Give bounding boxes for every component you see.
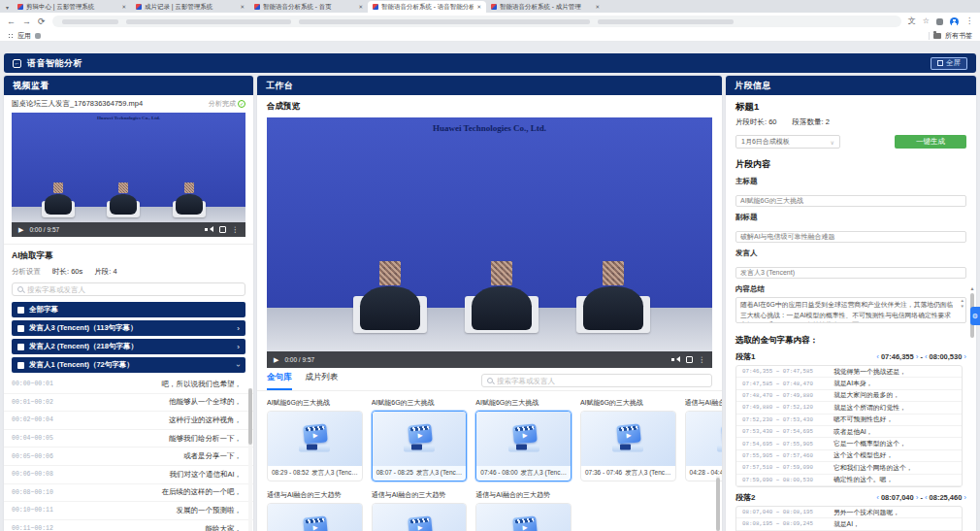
tab-close-icon[interactable]: ✕ xyxy=(476,4,481,10)
range-end-increase-icon[interactable]: › xyxy=(964,352,966,361)
address-bar[interactable] xyxy=(52,16,901,27)
fullscreen-video-icon[interactable] xyxy=(686,356,693,363)
range-start-decrease-icon[interactable]: ‹ xyxy=(876,493,879,502)
fullscreen-video-icon[interactable] xyxy=(219,226,226,233)
quote-card[interactable]: AI赋能6G的三大挑战 08:07 - 08:25 发言人3 (Tenc… xyxy=(372,398,468,481)
workbench-tab[interactable]: 成片列表 xyxy=(306,372,339,390)
tab-close-icon[interactable]: ✕ xyxy=(595,4,600,10)
card-grid-scrollbar[interactable] xyxy=(716,476,720,531)
card-search-input[interactable] xyxy=(497,377,706,385)
range-start-increase-icon[interactable]: › xyxy=(916,493,919,502)
subtitle-search-input[interactable] xyxy=(27,285,240,294)
volume-icon[interactable] xyxy=(671,356,680,363)
browser-tab[interactable]: 成片记录 | 云影管理系统 ✕ xyxy=(131,1,249,13)
apps-grid-icon[interactable] xyxy=(8,33,14,39)
card-search[interactable] xyxy=(481,374,712,387)
subtitle-row[interactable]: 00:10~00:11 发展的一个预测啦， xyxy=(4,502,253,520)
quote-card[interactable]: 通信与AI融合的三大趋势 xyxy=(267,490,363,531)
scrollbar-thumb[interactable] xyxy=(248,388,252,445)
quote-card[interactable]: AI赋能6G的三大挑战 07:36 - 07:46 发言人3 (Tenc… xyxy=(580,398,676,481)
main-title-field[interactable] xyxy=(735,195,966,207)
subtitle-row[interactable]: 00:01~00:02 他能够从一个全球的， xyxy=(4,394,253,413)
range-end-decrease-icon[interactable]: ‹ xyxy=(925,493,928,502)
back-nav-icon[interactable]: ← xyxy=(7,17,16,26)
range-end-increase-icon[interactable]: › xyxy=(964,493,966,502)
subtitle-search[interactable] xyxy=(12,282,245,296)
speaker-group-row[interactable]: 全部字幕 › xyxy=(12,302,245,317)
reload-icon[interactable]: ⟳ xyxy=(38,17,46,26)
summary-field[interactable]: 随着AI在6G中的应用日益受到全球运营商和产业伙伴关注，其落地仍面临三大核心挑战… xyxy=(735,297,966,323)
tab-search-caret-icon[interactable]: ▾ xyxy=(2,2,13,13)
quote-row[interactable]: 07:57,510 ~ 07:59,090 它和我们这个网络的这个， xyxy=(736,462,962,474)
all-bookmarks-label[interactable]: 所有书签 xyxy=(945,31,972,41)
profile-avatar[interactable] xyxy=(950,17,959,26)
bookmark-item-icon[interactable] xyxy=(35,33,41,39)
browser-menu-icon[interactable]: ⋮ xyxy=(965,17,973,25)
template-select[interactable]: 1月6日合成模板 ∨ xyxy=(735,135,840,149)
preview-video-player[interactable]: Huawei Technologies Co., Ltd. ▶ 0:00 / 9… xyxy=(267,117,712,368)
subtitle-row[interactable]: 00:00~00:01 吧，所以说我们也希望， xyxy=(4,376,253,394)
fullscreen-button[interactable]: 全屏 xyxy=(931,57,967,70)
apps-label[interactable]: 应用 xyxy=(17,31,31,41)
quote-row[interactable]: 08:08,195 ~ 08:09,245 就是AI， xyxy=(736,518,962,530)
quote-row[interactable]: 07:59,090 ~ 08:00,530 确定性的这个。嗯， xyxy=(736,475,962,486)
checkbox-icon[interactable] xyxy=(17,307,24,314)
tab-close-icon[interactable]: ✕ xyxy=(240,4,245,10)
speaker-group-row[interactable]: 发言人3 (Tencent)（113句字幕） › xyxy=(12,320,245,336)
quote-row[interactable]: 07:47,585 ~ 07:48,470 就是AI本身， xyxy=(736,378,962,389)
analysis-settings-label[interactable]: 分析设置 xyxy=(12,267,41,277)
sub-title-field[interactable] xyxy=(735,231,966,243)
summary-scroll-arrows[interactable]: ▲ ▼ xyxy=(961,299,964,309)
quote-card[interactable]: 通信与AI融合的三大趋势 xyxy=(475,490,572,531)
speaker-field[interactable] xyxy=(735,267,966,279)
tab-close-icon[interactable]: ✕ xyxy=(358,4,363,10)
quote-row[interactable]: 07:46,355 ~ 07:47,585 我觉得第一个挑战还是， xyxy=(736,366,962,378)
all-bookmarks-folder-icon[interactable] xyxy=(933,33,941,39)
quote-row[interactable]: 08:07,040 ~ 08:08,195 另外一个技术问题呢， xyxy=(736,507,962,518)
quote-row[interactable]: 07:54,695 ~ 07:55,905 它是一个概率型的这个， xyxy=(736,438,962,449)
subtitle-row[interactable]: 00:06~00:08 我们对这个通信和AI， xyxy=(4,466,253,484)
subtitle-row[interactable]: 00:05~00:06 或者是分享一下， xyxy=(4,448,253,466)
browser-tab[interactable]: 智能语音分析系统 - 成片管理 ✕ xyxy=(486,1,604,13)
quote-card[interactable]: AI赋能6G的三大挑战 08:29 - 08:52 发言人3 (Tenc… xyxy=(267,398,363,481)
speaker-group-row[interactable]: 发言人2 (Tencent)（218句字幕） › xyxy=(12,339,245,354)
scroll-up-icon[interactable]: ▲ xyxy=(969,285,975,291)
checkbox-icon[interactable] xyxy=(17,344,24,350)
monitor-video-player[interactable]: Huawei Technologies Co., Ltd. ▶ 0:00 / 9… xyxy=(12,113,245,237)
bookmark-star-icon[interactable]: ☆ xyxy=(923,17,930,25)
settings-side-handle[interactable]: ⚙ xyxy=(970,307,980,325)
play-icon[interactable]: ▶ xyxy=(274,356,278,364)
video-menu-icon[interactable]: ⋮ xyxy=(699,356,706,364)
video-menu-icon[interactable]: ⋮ xyxy=(232,226,240,234)
range-start-increase-icon[interactable]: › xyxy=(916,352,919,361)
play-icon[interactable]: ▶ xyxy=(18,226,23,234)
generate-button[interactable]: 一键生成 xyxy=(895,135,966,149)
chevron-icon[interactable]: › xyxy=(234,364,243,367)
subtitle-row[interactable]: 00:04~00:05 能够我们给分析一下， xyxy=(4,430,253,448)
workbench-tab[interactable]: 金句库 xyxy=(267,372,292,390)
chevron-icon[interactable]: › xyxy=(237,323,240,332)
subtitle-row[interactable]: 00:08~00:10 在后续的这样的一个吧， xyxy=(4,484,253,503)
extensions-icon[interactable] xyxy=(936,18,943,25)
volume-icon[interactable] xyxy=(205,226,213,233)
range-end-decrease-icon[interactable]: ‹ xyxy=(925,352,928,361)
quote-card[interactable]: 通信与AI融合的三大趋势 04:28 - 04:48 发言人2 (Tenc… xyxy=(685,398,722,481)
chevron-icon[interactable]: › xyxy=(237,342,240,350)
checkbox-icon[interactable] xyxy=(17,362,24,369)
quote-row[interactable]: 07:48,470 ~ 07:49,880 就是大家问的最多的， xyxy=(736,390,962,402)
browser-tab[interactable]: 智能语音分析系统 - 首页 ✕ xyxy=(249,1,368,13)
speaker-group-row[interactable]: 发言人1 (Tencent)（72句字幕） › xyxy=(12,357,245,373)
quote-row[interactable]: 07:49,880 ~ 07:52,120 就是这个所谓的幻觉性， xyxy=(736,402,962,414)
checkbox-icon[interactable] xyxy=(17,325,24,332)
tab-close-icon[interactable]: ✕ xyxy=(121,4,126,10)
quote-row[interactable]: 07:55,905 ~ 07:57,460 这个这个模型也好， xyxy=(736,450,962,462)
scrollbar-thumb[interactable] xyxy=(716,478,720,531)
subtitle-scrollbar[interactable] xyxy=(248,388,252,531)
quote-row[interactable]: 07:53,430 ~ 07:54,695 或者是他AI， xyxy=(736,426,962,438)
range-start-decrease-icon[interactable]: ‹ xyxy=(876,352,879,361)
subtitle-row[interactable]: 00:11~00:12 能给大家， xyxy=(4,520,253,531)
browser-tab[interactable]: 智能语音分析系统 - 语音智能分析 ✕ xyxy=(368,1,486,13)
exit-icon[interactable]: ← xyxy=(13,59,21,68)
subtitle-row[interactable]: 00:02~00:04 这种行业的这种视角， xyxy=(4,412,253,430)
forward-nav-icon[interactable]: → xyxy=(22,17,31,26)
